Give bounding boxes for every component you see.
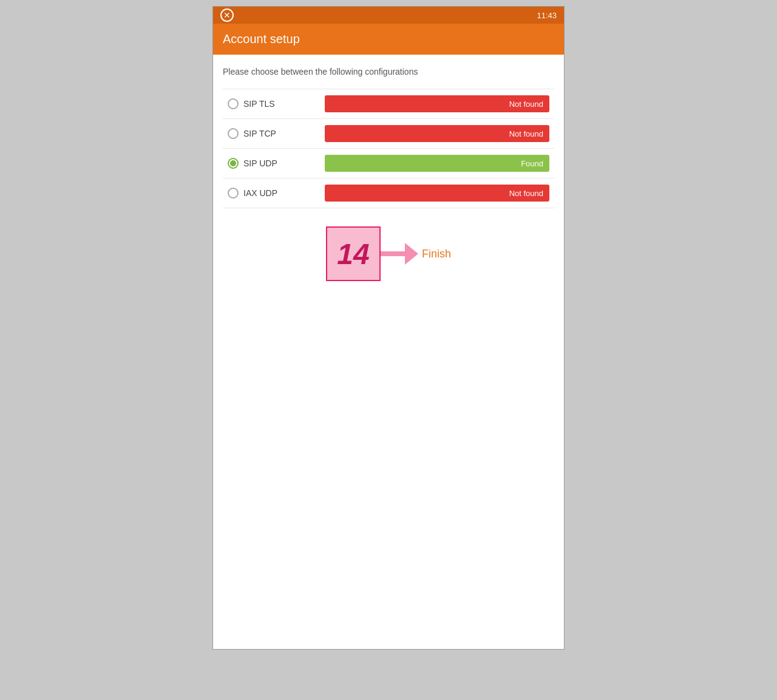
status-time: 11:43 [537,11,557,20]
step-badge[interactable]: 14 [326,226,381,281]
status-indicator-sip-udp: Found [325,155,549,172]
status-text-sip-tcp: Not found [509,129,543,138]
radio-sip-tls[interactable] [228,98,239,109]
status-text-iax-udp: Not found [509,189,543,198]
finish-label[interactable]: Finish [422,248,451,260]
radio-sip-tcp[interactable] [228,128,239,139]
label-sip-tcp: SIP TCP [243,129,276,138]
config-row: SIP TCPNot found [223,119,554,149]
label-sip-udp: SIP UDP [243,158,277,168]
finish-arrow [381,243,418,265]
page-title: Account setup [223,32,300,46]
description-text: Please choose between the following conf… [223,67,554,76]
status-text-sip-tls: Not found [509,100,543,109]
radio-wrapper-sip-tls: SIP TLS [228,98,325,109]
finish-section: 14 Finish [223,226,554,281]
close-button[interactable]: ✕ [220,8,234,22]
label-iax-udp: IAX UDP [243,188,277,198]
config-row: IAX UDPNot found [223,178,554,208]
config-row: SIP TLSNot found [223,89,554,119]
status-indicator-sip-tls: Not found [325,95,549,112]
radio-sip-udp[interactable] [228,158,239,169]
step-number: 14 [337,237,369,271]
radio-wrapper-iax-udp: IAX UDP [228,188,325,199]
status-indicator-iax-udp: Not found [325,185,549,202]
config-row: SIP UDPFound [223,149,554,178]
app-content: Please choose between the following conf… [213,55,564,649]
arrow-shaft [381,251,405,256]
status-bar: ✕ 11:43 [213,7,564,24]
status-text-sip-udp: Found [521,159,543,168]
radio-wrapper-sip-tcp: SIP TCP [228,128,325,139]
device-frame: ✕ 11:43 Account setup Please choose betw… [212,6,565,650]
label-sip-tls: SIP TLS [243,99,275,109]
status-indicator-sip-tcp: Not found [325,125,549,142]
radio-iax-udp[interactable] [228,188,239,199]
app-header: Account setup [213,24,564,55]
radio-wrapper-sip-udp: SIP UDP [228,158,325,169]
config-list: SIP TLSNot foundSIP TCPNot foundSIP UDPF… [223,89,554,208]
arrow-head [405,243,418,265]
